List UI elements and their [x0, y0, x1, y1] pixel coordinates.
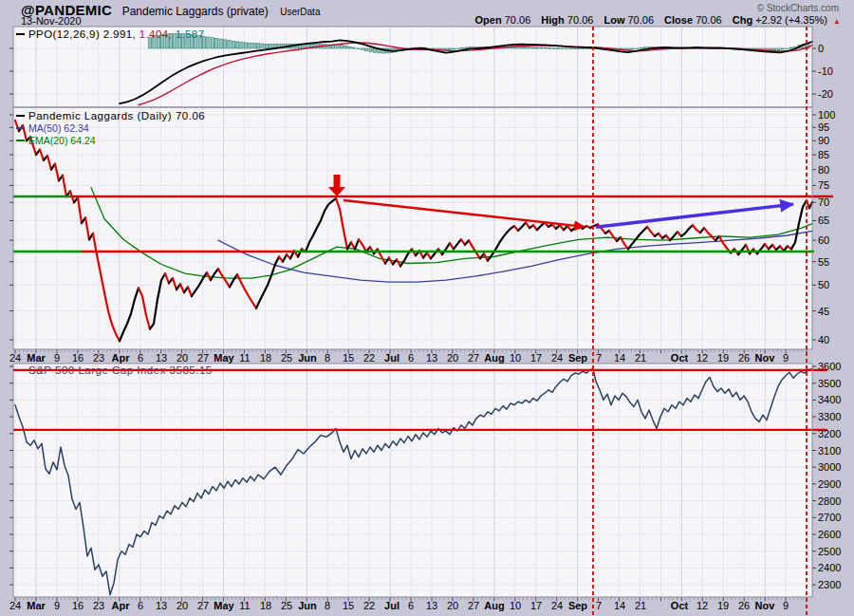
high-label: High — [541, 14, 564, 26]
y-axis-label: 55 — [818, 256, 829, 268]
ppo-histogram-bar — [219, 39, 222, 48]
ppo-histogram-bar — [465, 47, 468, 48]
ma50-line-swatch-icon — [16, 127, 25, 129]
stockcharts-credit-link[interactable]: © StockCharts.com — [757, 3, 839, 13]
ppo-histogram-bar — [781, 48, 784, 49]
price-legend: Pandemic Laggards (Daily) 70.06 MA(50) 6… — [16, 110, 205, 147]
y-axis-label: 70 — [818, 196, 829, 208]
ppo-histogram-bar — [369, 48, 372, 51]
ppo-histogram-bar — [640, 47, 642, 48]
y-axis-label: 2300 — [818, 579, 841, 590]
ppo-histogram-bar — [777, 48, 780, 50]
ppo-histogram-bar — [211, 38, 214, 48]
date-label: Mar — [27, 352, 46, 364]
ppo-histogram-bar — [223, 40, 226, 48]
date-label: Jul — [384, 352, 399, 364]
ppo-histogram-bar — [789, 47, 792, 48]
ppo-histogram-bar — [448, 48, 451, 50]
chart-canvas: 0-10-20100959085807570656055504540360035… — [0, 0, 854, 616]
ma50-legend-label: MA(50) 62.34 — [28, 122, 89, 134]
ppo-histogram-bar — [453, 48, 455, 49]
ppo-histogram-bar — [557, 48, 560, 49]
y-axis-label: 3000 — [818, 461, 841, 473]
change-up-icon: ▲ — [833, 17, 841, 26]
price-line-swatch-icon — [16, 115, 25, 117]
date-label: Oct — [671, 600, 689, 611]
ppo-histogram-bar — [244, 43, 247, 48]
ppo-histogram-bar — [523, 47, 526, 48]
ppo-histogram-bar — [456, 48, 459, 49]
date-label: Sep — [568, 600, 587, 611]
date-label: 10 — [510, 600, 521, 611]
y-axis-label: 3600 — [818, 361, 841, 372]
y-axis-label: 60 — [818, 234, 829, 246]
y-axis-label: 2700 — [818, 512, 841, 523]
resistance-line-overlay — [13, 369, 218, 371]
ema20-legend-row: EMA(20) 64.24 — [16, 135, 205, 147]
ppo-histogram-bar — [352, 47, 355, 48]
ppo-histogram-bar — [644, 47, 647, 48]
y-axis-label: 90 — [818, 135, 829, 146]
date-label: 9 — [783, 600, 789, 611]
date-label: 12 — [696, 352, 708, 364]
date-label: 27 — [468, 600, 479, 611]
ppo-histogram-bar — [348, 47, 351, 48]
ppo-legend: PPO(12,26,9) 2.991, 1.404, 1.587 — [16, 28, 204, 41]
ohlc-quote-row: Open 70.06 High 70.06 Low 70.06 Close 70… — [468, 14, 841, 26]
date-label: 8 — [325, 600, 330, 611]
date-label: Apr — [112, 600, 131, 611]
ppo-histogram-bar — [215, 38, 218, 48]
ppo-histogram-bar — [228, 41, 231, 48]
date-label: 24 — [9, 600, 21, 611]
date-label: 20 — [447, 600, 458, 611]
ppo-histogram-bar — [548, 48, 551, 49]
ppo-histogram-bar — [344, 46, 347, 48]
date-label: Mar — [27, 600, 46, 611]
date-label: 20 — [176, 352, 188, 364]
date-label: Aug — [484, 352, 504, 364]
ppo-signal-value: 1.404, — [139, 28, 172, 40]
ppo-histogram-bar — [569, 48, 572, 49]
date-label: Nov — [755, 352, 776, 364]
date-label: 7 — [596, 600, 602, 611]
date-label: 22 — [363, 600, 375, 611]
ppo-histogram-bar — [552, 48, 555, 49]
ppo-histogram-bar — [240, 43, 243, 49]
date-label: 13 — [156, 352, 167, 364]
y-axis-label: 3300 — [818, 411, 841, 422]
ppo-histogram-bar — [565, 48, 567, 49]
ppo-histogram-bar — [769, 48, 771, 49]
date-label: 17 — [530, 352, 542, 364]
ppo-histogram-bar — [261, 44, 264, 48]
date-label: 24 — [9, 352, 21, 364]
y-axis-label: 50 — [818, 279, 829, 290]
date-label: 21 — [635, 352, 646, 364]
low-value: 70.06 — [628, 14, 655, 26]
date-label: 17 — [530, 600, 542, 611]
y-axis-label: 40 — [818, 334, 829, 345]
date-label: 13 — [426, 600, 437, 611]
ppo-histogram-bar — [257, 44, 260, 48]
date-label: Oct — [671, 352, 689, 364]
date-label: 14 — [614, 352, 625, 364]
ppo-histogram-bar — [340, 45, 343, 48]
high-value: 70.06 — [567, 14, 594, 26]
sp500-legend: S&P 500 Large Cap Index 3585.15 — [16, 364, 213, 377]
date-label: 25 — [281, 600, 292, 611]
date-label: May — [214, 600, 234, 611]
price-legend-row: Pandemic Laggards (Daily) 70.06 — [16, 110, 205, 122]
date-label: 22 — [363, 352, 375, 364]
chart-title: Pandemic Laggards (private) — [122, 5, 269, 18]
date-label: Sep — [568, 352, 587, 364]
date-label: 13 — [156, 600, 167, 611]
ppo-histogram-bar — [573, 48, 576, 49]
ppo-histogram-bar — [361, 48, 363, 49]
date-label: Jul — [384, 600, 399, 611]
y-axis-label: 3100 — [818, 445, 841, 457]
date-label: 6 — [408, 352, 414, 364]
ppo-histogram-bar — [577, 48, 580, 49]
ppo-histogram-bar — [461, 48, 464, 49]
ppo-line-swatch-icon — [16, 33, 25, 35]
date-label: 11 — [239, 600, 250, 611]
date-label: 19 — [717, 352, 729, 364]
